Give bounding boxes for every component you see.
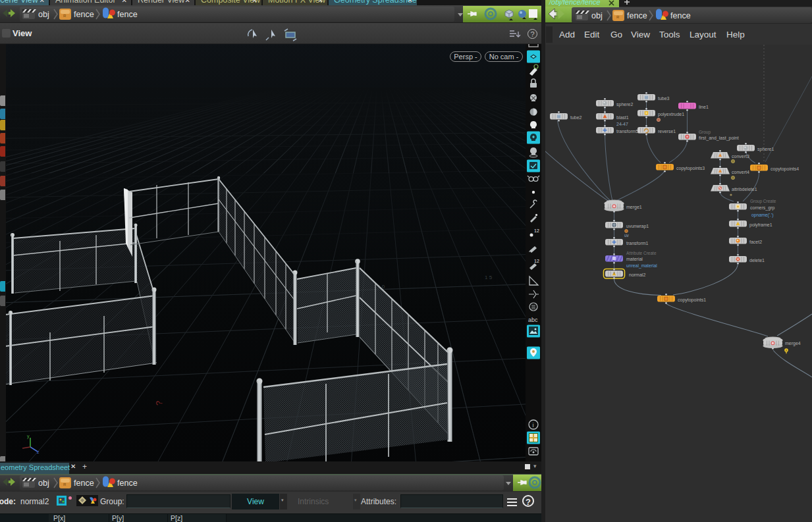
svg-text:R: R bbox=[616, 15, 620, 19]
svg-text:sphere1: sphere1 bbox=[757, 147, 774, 152]
svg-text:unreal_material: unreal_material bbox=[626, 263, 657, 269]
svg-text:?: ? bbox=[154, 401, 164, 405]
svg-text:Attribute Create: Attribute Create bbox=[626, 251, 657, 255]
svg-text:uvunwrap1: uvunwrap1 bbox=[626, 224, 649, 229]
svg-text:Edit: Edit bbox=[584, 30, 600, 39]
svg-text:Help: Help bbox=[726, 30, 745, 39]
svg-text:12: 12 bbox=[534, 259, 539, 263]
svg-text:fence: fence bbox=[117, 10, 138, 19]
svg-text:/obj/fence/fence: /obj/fence/fence bbox=[549, 0, 601, 6]
svg-text:facet2: facet2 bbox=[749, 240, 762, 244]
svg-text:copytopoints1: copytopoints1 bbox=[678, 298, 706, 303]
svg-text:line1: line1 bbox=[699, 105, 709, 109]
svg-text:fence: fence bbox=[670, 11, 691, 20]
svg-text:merge1: merge1 bbox=[626, 205, 642, 210]
svg-text:24-47: 24-47 bbox=[616, 122, 628, 126]
svg-text:Group: Group bbox=[699, 130, 711, 135]
svg-text:Layout: Layout bbox=[690, 30, 717, 39]
svg-text:convert4: convert4 bbox=[732, 170, 749, 174]
svg-text:first_and_last_point: first_and_last_point bbox=[699, 136, 739, 141]
svg-text:fence: fence bbox=[117, 479, 138, 488]
svg-text:View: View bbox=[631, 30, 650, 39]
svg-text:obj: obj bbox=[591, 11, 603, 20]
svg-text:convert3: convert3 bbox=[732, 154, 749, 159]
svg-text:1 5: 1 5 bbox=[485, 274, 493, 280]
svg-text:R: R bbox=[63, 14, 67, 18]
svg-text:obj: obj bbox=[38, 479, 49, 488]
svg-text:Tools: Tools bbox=[659, 30, 680, 39]
svg-text:fence: fence bbox=[74, 10, 94, 19]
svg-text:fence: fence bbox=[74, 479, 94, 488]
svg-text:polyframe1: polyframe1 bbox=[749, 222, 772, 228]
svg-text:corners_grp: corners_grp bbox=[750, 205, 774, 211]
svg-text:Group Create: Group Create bbox=[750, 199, 776, 204]
svg-text:copytopoints4: copytopoints4 bbox=[771, 167, 799, 172]
svg-text:i: i bbox=[533, 422, 534, 429]
svg-text:polyextrude1: polyextrude1 bbox=[658, 112, 684, 117]
svg-text:copytopoints3: copytopoints3 bbox=[676, 166, 705, 171]
svg-text:reverse1: reverse1 bbox=[658, 129, 676, 134]
svg-text:12: 12 bbox=[534, 228, 539, 233]
svg-text:opname('.'): opname('.') bbox=[751, 213, 774, 218]
svg-text:fence: fence bbox=[627, 11, 647, 20]
svg-text:Add: Add bbox=[559, 30, 575, 39]
svg-text:abc: abc bbox=[528, 317, 538, 323]
svg-text:obj: obj bbox=[38, 10, 49, 19]
svg-text:tube2: tube2 bbox=[570, 115, 582, 120]
svg-text:transform1: transform1 bbox=[626, 241, 649, 246]
svg-text:merge4: merge4 bbox=[785, 341, 801, 346]
svg-text:attribdelete1: attribdelete1 bbox=[732, 187, 757, 192]
svg-text:Go: Go bbox=[610, 30, 622, 39]
svg-text:R: R bbox=[63, 483, 67, 486]
svg-text:blast1: blast1 bbox=[616, 115, 629, 120]
svg-text:material: material bbox=[626, 257, 643, 261]
svg-text:uv: uv bbox=[624, 233, 630, 238]
svg-text:sphere2: sphere2 bbox=[616, 102, 633, 107]
svg-text:tube3: tube3 bbox=[658, 96, 670, 101]
svg-text:delete1: delete1 bbox=[749, 258, 765, 263]
svg-text:z: z bbox=[37, 450, 40, 454]
svg-text:normal2: normal2 bbox=[629, 273, 645, 277]
svg-text:y: y bbox=[27, 434, 30, 439]
svg-text:transform5: transform5 bbox=[616, 129, 639, 134]
